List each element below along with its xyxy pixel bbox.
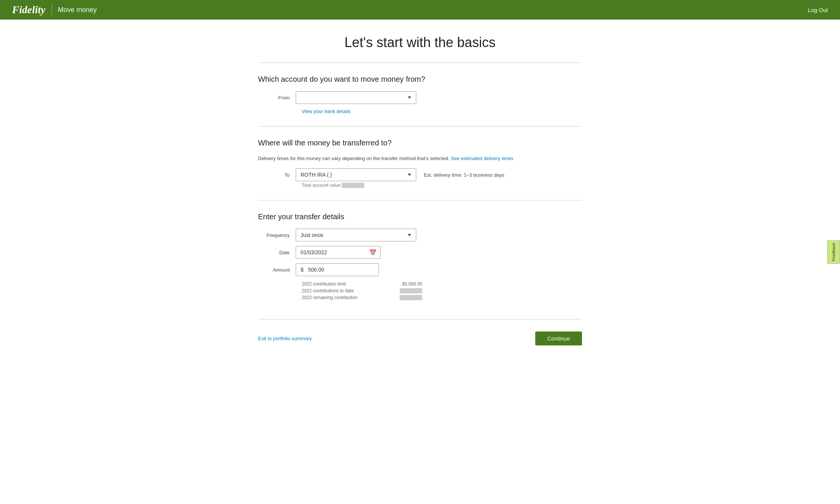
to-form-row: To ROTH IRA ( ) Est. delivery time: 1–3 … <box>258 168 582 181</box>
fidelity-logo: Fidelity <box>12 4 46 16</box>
remaining-blurred <box>400 295 422 300</box>
to-section-title: Where will the money be transferred to? <box>258 139 582 147</box>
header-divider <box>52 5 52 15</box>
continue-button[interactable]: Continue <box>535 331 582 345</box>
transfer-section-title: Enter your transfer details <box>258 212 582 221</box>
from-account-select[interactable] <box>296 91 416 104</box>
delivery-times-text: Delivery times for this money can vary d… <box>258 156 449 161</box>
amount-input[interactable] <box>307 264 379 276</box>
header-title: Move money <box>58 6 97 14</box>
delivery-times-note: Delivery times for this money can vary d… <box>258 155 582 162</box>
to-account-select[interactable]: ROTH IRA ( ) <box>296 168 416 181</box>
delivery-times-link[interactable]: See estimated delivery times <box>451 156 513 161</box>
app-header: Fidelity Move money Log Out <box>0 0 840 20</box>
contributions-to-date-blurred <box>400 288 422 293</box>
date-form-row: Date 📅 <box>258 246 582 259</box>
page-title: Let's start with the basics <box>258 35 582 50</box>
contribution-limit-value: $6,000.00 <box>402 281 422 287</box>
total-account-blurred <box>342 183 364 188</box>
feedback-tab-wrap: Feedback <box>827 240 840 264</box>
transfer-section: Enter your transfer details Frequency Ju… <box>258 212 582 313</box>
amount-label: Amount <box>258 267 296 273</box>
to-select-wrap: ROTH IRA ( ) <box>296 168 416 181</box>
remaining-label: 2022 remaining contribution <box>302 295 357 300</box>
frequency-form-row: Frequency Just once Weekly Monthly <box>258 229 582 241</box>
total-account-label: Total account value <box>302 183 341 188</box>
from-label: From <box>258 95 296 101</box>
contribution-limit-label: 2022 contribution limit <box>302 281 346 287</box>
date-label: Date <box>258 250 296 255</box>
amount-form-row: Amount $ <box>258 263 582 276</box>
from-section: Which account do you want to move money … <box>258 75 582 126</box>
total-account-value-row: Total account value <box>302 183 582 188</box>
frequency-select-wrap: Just once Weekly Monthly <box>296 229 416 241</box>
amount-input-wrap: $ <box>296 263 379 276</box>
dollar-sign: $ <box>296 264 307 276</box>
footer-actions: Exit to portfolio summary Continue <box>258 319 582 345</box>
contributions-to-date-label: 2022 contributions to date <box>302 288 354 293</box>
from-select-wrap <box>296 91 416 104</box>
logout-button[interactable]: Log Out <box>808 7 828 13</box>
from-section-title: Which account do you want to move money … <box>258 75 582 84</box>
top-divider <box>258 63 582 63</box>
delivery-estimate: Est. delivery time: 1–3 business days <box>424 168 504 178</box>
contributions-to-date-row: 2022 contributions to date <box>302 287 422 294</box>
frequency-select[interactable]: Just once Weekly Monthly <box>296 229 416 241</box>
frequency-label: Frequency <box>258 232 296 238</box>
section-2-divider <box>258 200 582 200</box>
from-form-row: From <box>258 91 582 104</box>
to-section: Where will the money be transferred to? … <box>258 139 582 200</box>
date-input[interactable] <box>296 246 380 259</box>
bank-details-link[interactable]: View your bank details <box>302 108 582 114</box>
date-input-wrap: 📅 <box>296 246 380 259</box>
contribution-info: 2022 contribution limit $6,000.00 2022 c… <box>302 281 582 301</box>
remaining-contribution-row: 2022 remaining contribution <box>302 294 422 301</box>
main-content: Let's start with the basics Which accoun… <box>250 20 590 368</box>
contribution-limit-row: 2022 contribution limit $6,000.00 <box>302 281 422 287</box>
to-label: To <box>258 168 296 178</box>
calendar-icon[interactable]: 📅 <box>369 249 377 256</box>
section-1-divider <box>258 126 582 127</box>
feedback-tab[interactable]: Feedback <box>827 240 840 264</box>
header-left: Fidelity Move money <box>12 4 97 16</box>
exit-portfolio-link[interactable]: Exit to portfolio summary <box>258 336 312 341</box>
